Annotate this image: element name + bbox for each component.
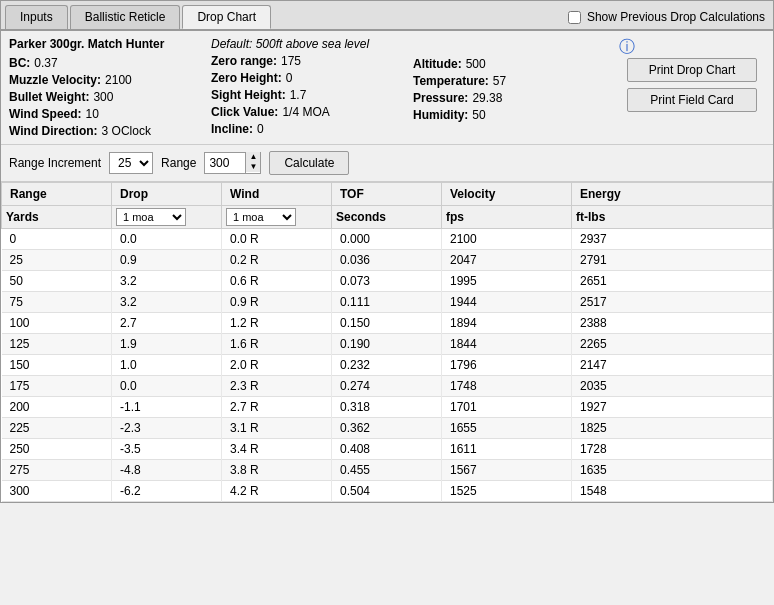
table-cell: -4.8 — [112, 460, 222, 481]
bullet-weight-label: Bullet Weight: — [9, 90, 89, 104]
show-previous-checkbox[interactable] — [568, 11, 581, 24]
pressure-row: Pressure: 29.38 — [413, 91, 615, 105]
zero-range-row: Zero range: 175 — [211, 54, 413, 68]
table-container: Range Drop Wind TOF Velocity E — [1, 182, 773, 502]
table-cell: -1.1 — [112, 397, 222, 418]
print-drop-chart-button[interactable]: Print Drop Chart — [627, 58, 757, 82]
click-value-row: Click Value: 1/4 MOA — [211, 105, 413, 119]
table-cell: 300 — [2, 481, 112, 502]
table-cell: 0.408 — [332, 439, 442, 460]
table-cell: 2937 — [572, 229, 773, 250]
table-cell: 1944 — [442, 292, 572, 313]
table-row: 275-4.83.8 R0.45515671635 — [2, 460, 773, 481]
wind-speed-value: 10 — [86, 107, 99, 121]
range-input-container: ▲ ▼ — [204, 152, 261, 174]
table-cell: -2.3 — [112, 418, 222, 439]
col-subheader-ftlbs: ft-lbs — [572, 206, 773, 229]
table-cell: 275 — [2, 460, 112, 481]
table-cell: 2388 — [572, 313, 773, 334]
zero-height-row: Zero Height: 0 — [211, 71, 413, 85]
table-cell: 0.190 — [332, 334, 442, 355]
range-increment-select[interactable]: 25 — [109, 152, 153, 174]
table-cell: 2047 — [442, 250, 572, 271]
zero-range-label: Zero range: — [211, 54, 277, 68]
tabs-left: Inputs Ballistic Reticle Drop Chart — [5, 5, 271, 29]
humidity-value: 50 — [472, 108, 485, 122]
drop-unit-select[interactable]: 1 moa — [116, 208, 186, 226]
table-cell: 2100 — [442, 229, 572, 250]
table-cell: 0.0 R — [222, 229, 332, 250]
table-cell: 0.150 — [332, 313, 442, 334]
table-cell: 0.274 — [332, 376, 442, 397]
range-spinners: ▲ ▼ — [245, 152, 260, 174]
table-row: 1002.71.2 R0.15018942388 — [2, 313, 773, 334]
zero-height-value: 0 — [286, 71, 293, 85]
table-cell: 2.3 R — [222, 376, 332, 397]
table-cell: 1728 — [572, 439, 773, 460]
table-row: 1251.91.6 R0.19018442265 — [2, 334, 773, 355]
zero-range-value: 175 — [281, 54, 301, 68]
info-col-2: Default: 500ft above sea level Zero rang… — [211, 37, 413, 138]
gun-title: Parker 300gr. Match Hunter — [9, 37, 211, 51]
range-spin-down[interactable]: ▼ — [246, 162, 260, 172]
table-cell: 1525 — [442, 481, 572, 502]
bc-value: 0.37 — [34, 56, 57, 70]
table-cell: 1796 — [442, 355, 572, 376]
wind-unit-select[interactable]: 1 moa — [226, 208, 296, 226]
table-cell: 175 — [2, 376, 112, 397]
col-header-range: Range — [2, 183, 112, 206]
calculate-button[interactable]: Calculate — [269, 151, 349, 175]
col-subheader-seconds: Seconds — [332, 206, 442, 229]
tab-ballistic-reticle[interactable]: Ballistic Reticle — [70, 5, 181, 29]
table-row: 753.20.9 R0.11119442517 — [2, 292, 773, 313]
table-row: 300-6.24.2 R0.50415251548 — [2, 481, 773, 502]
tab-drop-chart[interactable]: Drop Chart — [182, 5, 271, 29]
table-cell: 0.232 — [332, 355, 442, 376]
table-cell: 3.8 R — [222, 460, 332, 481]
temperature-label: Temperature: — [413, 74, 489, 88]
table-cell: 2.7 R — [222, 397, 332, 418]
tab-inputs[interactable]: Inputs — [5, 5, 68, 29]
table-cell: 0.6 R — [222, 271, 332, 292]
table-cell: 1635 — [572, 460, 773, 481]
sight-height-row: Sight Height: 1.7 — [211, 88, 413, 102]
table-cell: 225 — [2, 418, 112, 439]
table-cell: 2035 — [572, 376, 773, 397]
table-cell: 2517 — [572, 292, 773, 313]
table-cell: 0.362 — [332, 418, 442, 439]
table-cell: 0.0 — [112, 229, 222, 250]
col-header-drop: Drop — [112, 183, 222, 206]
table-row: 225-2.33.1 R0.36216551825 — [2, 418, 773, 439]
info-section: Parker 300gr. Match Hunter BC: 0.37 Muzz… — [1, 31, 773, 145]
range-input[interactable] — [205, 153, 245, 173]
click-value-label: Click Value: — [211, 105, 278, 119]
pressure-label: Pressure: — [413, 91, 468, 105]
table-cell: 1844 — [442, 334, 572, 355]
table-cell: 1548 — [572, 481, 773, 502]
table-cell: 0.036 — [332, 250, 442, 271]
muzzle-velocity-row: Muzzle Velocity: 2100 — [9, 73, 211, 87]
table-cell: 25 — [2, 250, 112, 271]
table-cell: 2651 — [572, 271, 773, 292]
wind-speed-label: Wind Speed: — [9, 107, 82, 121]
table-cell: 100 — [2, 313, 112, 334]
click-value-value: 1/4 MOA — [282, 105, 329, 119]
table-cell: 1927 — [572, 397, 773, 418]
help-icon[interactable]: ⓘ — [619, 37, 635, 58]
table-cell: 3.2 — [112, 292, 222, 313]
table-cell: 1995 — [442, 271, 572, 292]
wind-direction-row: Wind Direction: 3 OClock — [9, 124, 211, 138]
range-spin-up[interactable]: ▲ — [246, 152, 260, 162]
temperature-value: 57 — [493, 74, 506, 88]
print-field-card-button[interactable]: Print Field Card — [627, 88, 757, 112]
table-cell: 1.0 — [112, 355, 222, 376]
col-subheader-fps: fps — [442, 206, 572, 229]
table-cell: 2147 — [572, 355, 773, 376]
wind-direction-label: Wind Direction: — [9, 124, 98, 138]
table-cell: 75 — [2, 292, 112, 313]
table-cell: 150 — [2, 355, 112, 376]
table-cell: 0 — [2, 229, 112, 250]
col-subheader-drop-unit: 1 moa — [112, 206, 222, 229]
table-cell: 125 — [2, 334, 112, 355]
table-cell: 1701 — [442, 397, 572, 418]
